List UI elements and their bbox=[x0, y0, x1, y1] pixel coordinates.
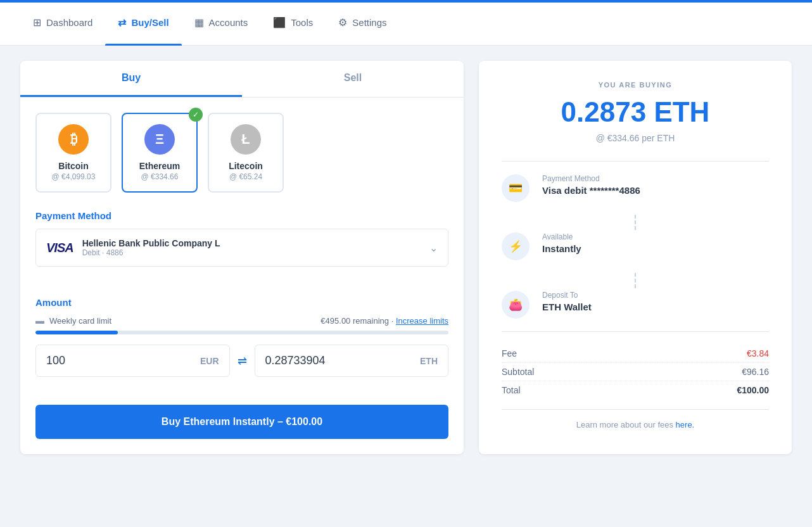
eth-icon: Ξ bbox=[144, 124, 175, 155]
buy-button[interactable]: Buy Ethereum Instantly – €100.00 bbox=[35, 405, 448, 439]
divider-1 bbox=[502, 161, 769, 162]
progress-fill bbox=[35, 331, 118, 334]
limit-right: €495.00 remaining · Increase limits bbox=[320, 316, 448, 326]
visa-logo: VISA bbox=[46, 241, 73, 255]
nav-tools-label: Tools bbox=[291, 17, 313, 28]
total-label: Total bbox=[502, 385, 521, 395]
available-icon-wrap: ⚡ bbox=[502, 232, 530, 260]
available-row: ⚡ Available Instantly bbox=[502, 232, 769, 260]
ltc-price: @ €65.24 bbox=[222, 172, 270, 181]
progress-bar bbox=[35, 331, 448, 334]
btc-name: Bitcoin bbox=[49, 161, 98, 171]
nav-buysell-label: Buy/Sell bbox=[131, 17, 168, 28]
amount-section: Amount ▬ Weekly card limit €495.00 remai… bbox=[20, 297, 464, 405]
tab-sell[interactable]: Sell bbox=[242, 61, 464, 97]
settings-icon: ⚙ bbox=[338, 16, 347, 29]
payment-method-row: 💳 Payment Method Visa debit ********4886 bbox=[502, 174, 769, 202]
weekly-limit-label: Weekly card limit bbox=[49, 316, 111, 326]
per-rate-display: @ €334.66 per ETH bbox=[502, 133, 769, 143]
eur-amount-input[interactable] bbox=[46, 354, 200, 367]
eth-amount-input[interactable] bbox=[265, 354, 421, 367]
total-row: Total €100.00 bbox=[502, 381, 769, 399]
nav-buysell[interactable]: ⇄ Buy/Sell bbox=[105, 0, 181, 46]
ltc-name: Litecoin bbox=[222, 161, 270, 171]
crypto-card-ltc[interactable]: Ł Litecoin @ €65.24 bbox=[208, 113, 284, 193]
amount-inputs: EUR ⇌ ETH bbox=[35, 345, 448, 377]
deposit-info-text: Deposit To ETH Wallet bbox=[542, 291, 592, 312]
crypto-options: ₿ Bitcoin @ €4,099.03 ✓ Ξ Ethereum @ €33… bbox=[35, 113, 448, 193]
wallet-icon: 👛 bbox=[509, 298, 523, 312]
limit-left: ▬ Weekly card limit bbox=[35, 315, 111, 326]
right-panel: YOU ARE BUYING 0.2873 ETH @ €334.66 per … bbox=[479, 61, 792, 454]
subtotal-amount: €96.16 bbox=[742, 367, 769, 377]
subtotal-label: Subtotal bbox=[502, 367, 534, 377]
payment-info: Hellenic Bank Public Company L Debit · 4… bbox=[82, 238, 220, 257]
available-value: Instantly bbox=[542, 243, 581, 254]
total-amount: €100.00 bbox=[737, 385, 769, 395]
nav-dashboard[interactable]: ⊞ Dashboard bbox=[20, 0, 105, 46]
eth-name: Ethereum bbox=[136, 161, 184, 171]
connector-line-1 bbox=[635, 215, 636, 230]
eur-input-wrap[interactable]: EUR bbox=[35, 345, 230, 377]
btc-icon: ₿ bbox=[58, 124, 89, 155]
buysell-icon: ⇄ bbox=[118, 16, 126, 29]
nav-settings[interactable]: ⚙ Settings bbox=[326, 0, 399, 46]
ltc-icon: Ł bbox=[231, 124, 261, 155]
crypto-section: ₿ Bitcoin @ €4,099.03 ✓ Ξ Ethereum @ €33… bbox=[20, 98, 464, 297]
deposit-value: ETH Wallet bbox=[542, 302, 592, 312]
nav-accounts-label: Accounts bbox=[209, 17, 248, 28]
available-info-text: Available Instantly bbox=[542, 232, 581, 254]
eur-currency-label: EUR bbox=[200, 356, 219, 366]
subtotal-row: Subtotal €96.16 bbox=[502, 363, 769, 381]
dashboard-icon: ⊞ bbox=[33, 16, 41, 29]
deposit-label: Deposit To bbox=[542, 291, 592, 300]
card-type: Debit · 4886 bbox=[82, 248, 220, 257]
navbar: ⊞ Dashboard ⇄ Buy/Sell ▦ Accounts ⬛ Tool… bbox=[0, 0, 812, 46]
crypto-card-btc[interactable]: ₿ Bitcoin @ €4,099.03 bbox=[35, 113, 111, 193]
learn-more-link[interactable]: here. bbox=[676, 420, 695, 429]
lightning-icon: ⚡ bbox=[509, 239, 523, 253]
eth-currency-label: ETH bbox=[420, 356, 438, 366]
fee-amount: €3.84 bbox=[747, 348, 769, 359]
main-content: Buy Sell ₿ Bitcoin @ €4,099.03 ✓ Ξ Ether… bbox=[0, 46, 812, 469]
credit-card-icon: 💳 bbox=[509, 181, 523, 195]
deposit-icon-wrap: 👛 bbox=[502, 291, 530, 319]
nav-accounts[interactable]: ▦ Accounts bbox=[182, 0, 261, 46]
left-panel: Buy Sell ₿ Bitcoin @ €4,099.03 ✓ Ξ Ether… bbox=[20, 61, 464, 454]
fee-label: Fee bbox=[502, 348, 517, 359]
fee-row: Fee €3.84 bbox=[502, 345, 769, 363]
tab-bar: Buy Sell bbox=[20, 61, 464, 98]
connector-line-2 bbox=[635, 273, 636, 288]
payment-selector[interactable]: VISA Hellenic Bank Public Company L Debi… bbox=[35, 229, 448, 267]
increase-limits-link[interactable]: Increase limits bbox=[396, 316, 448, 326]
tab-buy[interactable]: Buy bbox=[20, 61, 242, 97]
bank-name: Hellenic Bank Public Company L bbox=[82, 238, 220, 248]
limit-row: ▬ Weekly card limit €495.00 remaining · … bbox=[35, 315, 448, 326]
eth-price: @ €334.66 bbox=[136, 172, 184, 181]
eth-input-wrap[interactable]: ETH bbox=[255, 345, 449, 377]
btc-price: @ €4,099.03 bbox=[49, 172, 98, 181]
accounts-icon: ▦ bbox=[194, 16, 204, 29]
fee-section: Fee €3.84 Subtotal €96.16 Total €100.00 bbox=[502, 345, 769, 399]
you-are-buying-label: YOU ARE BUYING bbox=[502, 81, 769, 89]
nav-dashboard-label: Dashboard bbox=[46, 17, 92, 28]
payment-method-row-value: Visa debit ********4886 bbox=[542, 185, 640, 196]
payment-method-info-text: Payment Method Visa debit ********4886 bbox=[542, 174, 640, 196]
tools-icon: ⬛ bbox=[273, 16, 286, 29]
dot-separator: · bbox=[391, 316, 396, 326]
payment-section-label: Payment Method bbox=[35, 210, 448, 221]
deposit-row: 👛 Deposit To ETH Wallet bbox=[502, 291, 769, 319]
swap-icon[interactable]: ⇌ bbox=[238, 354, 247, 368]
available-label: Available bbox=[542, 232, 581, 241]
nav-tools[interactable]: ⬛ Tools bbox=[260, 0, 326, 46]
learn-more-text: Learn more about our fees bbox=[576, 420, 673, 429]
chevron-down-icon: ⌄ bbox=[429, 242, 438, 254]
payment-method-icon-wrap: 💳 bbox=[502, 174, 530, 202]
nav-settings-label: Settings bbox=[352, 17, 386, 28]
crypto-card-eth[interactable]: ✓ Ξ Ethereum @ €334.66 bbox=[122, 113, 198, 193]
divider-2 bbox=[502, 331, 769, 332]
eth-check-icon: ✓ bbox=[189, 108, 203, 122]
payment-method-row-label: Payment Method bbox=[542, 174, 640, 183]
learn-more: Learn more about our fees here. bbox=[502, 409, 769, 429]
card-limit-icon: ▬ bbox=[35, 315, 44, 326]
